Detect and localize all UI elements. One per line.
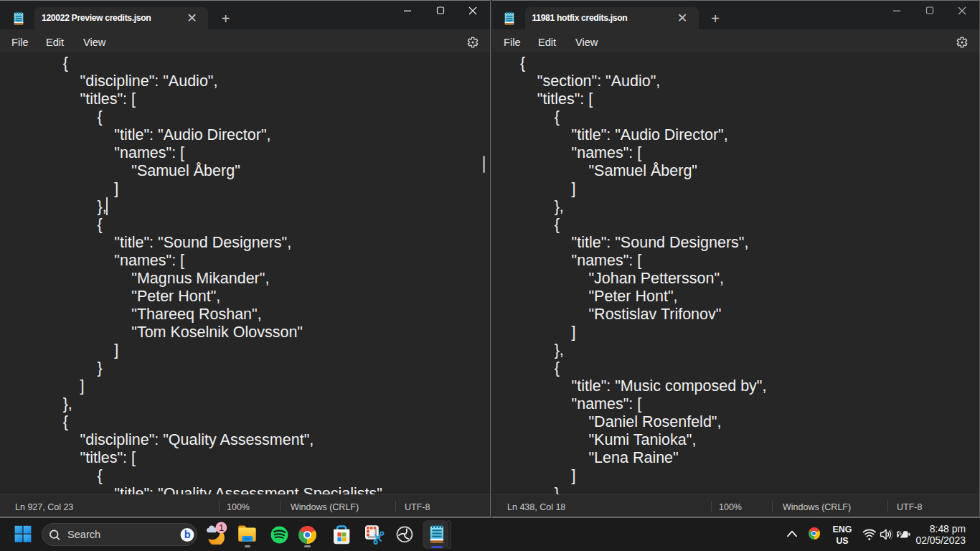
- svg-text:b: b: [184, 529, 191, 540]
- svg-text:1: 1: [219, 522, 224, 532]
